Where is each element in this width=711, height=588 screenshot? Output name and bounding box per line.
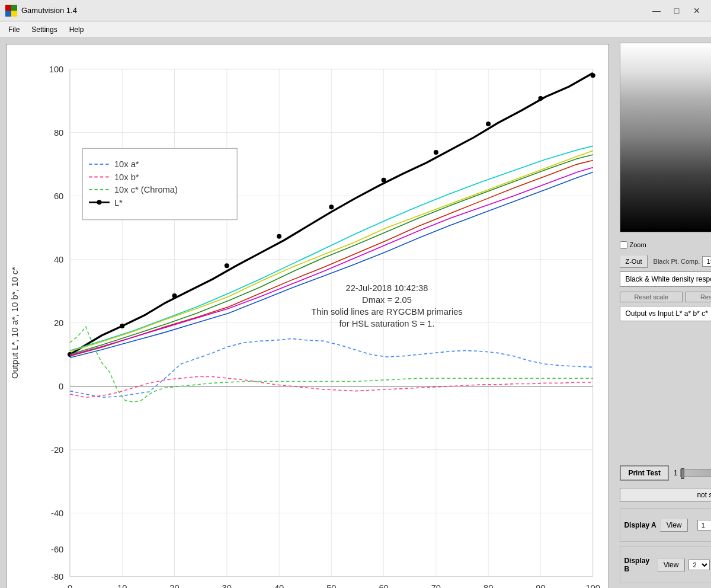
svg-point-73 (97, 200, 101, 204)
app-icon (5, 4, 18, 17)
svg-text:80: 80 (483, 583, 493, 588)
reset-scale-button[interactable]: Reset scale (620, 292, 683, 302)
svg-text:60: 60 (379, 583, 388, 588)
svg-point-53 (225, 263, 229, 268)
svg-text:22-Jul-2018 10:42:38: 22-Jul-2018 10:42:38 (345, 283, 428, 293)
zout-button[interactable]: Z-Out (620, 255, 647, 268)
svg-point-58 (486, 122, 491, 126)
display-b-section: Display B View 2134 IN OUT 4123 Ga (620, 547, 711, 583)
display-mode-row: Black & White density response Color gam… (620, 271, 711, 287)
svg-text:80: 80 (54, 128, 63, 138)
reset-view-button[interactable]: Reset view (685, 292, 711, 302)
display-a-num1-select[interactable]: 1234 (697, 520, 711, 531)
svg-text:10x b*: 10x b* (114, 172, 139, 182)
right-panel: Zoom Inp I>M Outp O>M Z-Out Black Pt. Co… (615, 38, 711, 588)
svg-text:10x a*: 10x a* (114, 159, 139, 169)
gradient-preview (620, 43, 711, 232)
window-controls: — □ ✕ (647, 2, 706, 19)
svg-text:0: 0 (68, 583, 72, 588)
svg-text:60: 60 (54, 191, 63, 201)
svg-text:Thin solid lines are RYGCBM pr: Thin solid lines are RYGCBM primaries (311, 307, 462, 317)
saturation-label: Saturation (620, 457, 711, 464)
svg-point-60 (591, 73, 595, 78)
svg-text:100: 100 (585, 583, 600, 588)
svg-text:40: 40 (274, 583, 284, 588)
svg-text:20: 20 (54, 318, 63, 328)
display-a-label: Display A (624, 521, 656, 529)
reset-row: Reset scale Reset view Top view (620, 292, 711, 302)
svg-text:Dmax = 2.05: Dmax = 2.05 (362, 295, 412, 305)
main-area: 100 80 60 40 20 0 -20 -40 -60 -80 0 10 2… (0, 38, 711, 588)
svg-text:90: 90 (536, 583, 545, 588)
minimize-button[interactable]: — (647, 2, 666, 19)
zoom-label: Zoom (629, 241, 646, 248)
zout-row: Z-Out Black Pt. Comp. 1>2 only All None (620, 255, 711, 268)
svg-text:-80: -80 (51, 572, 63, 581)
zoom-row: Zoom Inp I>M Outp O>M (620, 238, 711, 251)
close-button[interactable]: ✕ (687, 2, 706, 19)
svg-text:-60: -60 (51, 545, 63, 554)
svg-text:Output L*, 10 a*, 10 b*, 10 c*: Output L*, 10 a*, 10 b*, 10 c* (10, 267, 20, 379)
svg-rect-65 (82, 148, 237, 219)
titlebar: Gamutvision 1.4 — □ ✕ (0, 0, 711, 21)
display-b-view-button[interactable]: View (657, 558, 686, 571)
black-pt-comp-label: Black Pt. Comp. (654, 258, 700, 265)
app-title: Gamutvision 1.4 (21, 6, 647, 15)
zoom-checkbox-label: Zoom (620, 241, 646, 249)
svg-text:for HSL saturation S = 1.: for HSL saturation S = 1. (340, 319, 435, 328)
display-a-view-button[interactable]: View (660, 519, 688, 532)
svg-text:30: 30 (222, 583, 232, 588)
not-selected-text: not selected (697, 491, 711, 499)
svg-text:40: 40 (54, 255, 63, 264)
svg-point-57 (434, 150, 438, 155)
svg-rect-2 (5, 11, 11, 17)
svg-rect-1 (11, 5, 17, 11)
svg-point-55 (329, 204, 334, 209)
svg-point-51 (120, 324, 124, 328)
svg-text:10: 10 (117, 583, 127, 588)
display-b-label: Display B (624, 557, 653, 573)
saturation-value: 1 (674, 469, 678, 477)
svg-text:50: 50 (326, 583, 336, 588)
maximize-button[interactable]: □ (667, 2, 686, 19)
zoom-checkbox[interactable] (620, 241, 627, 249)
svg-point-56 (382, 178, 386, 183)
menu-file[interactable]: File (2, 23, 25, 36)
svg-point-52 (172, 293, 177, 298)
svg-rect-0 (5, 5, 11, 11)
svg-text:0: 0 (59, 382, 63, 391)
svg-text:70: 70 (431, 583, 441, 588)
display-b-controls: 2134 IN OUT 4123 (688, 558, 711, 572)
svg-text:L*: L* (114, 198, 123, 207)
chart-area: 100 80 60 40 20 0 -20 -40 -60 -80 0 10 2… (0, 38, 615, 588)
display-mode-select[interactable]: Black & White density response Color gam… (620, 271, 711, 287)
saturation-slider[interactable] (680, 469, 711, 477)
saturation-row: Saturation Print Test 1 ▶ (620, 457, 711, 482)
not-selected-box: not selected (620, 488, 711, 502)
display-a-controls: 1234 IN OUT 3124 (697, 520, 711, 531)
svg-text:-20: -20 (51, 445, 63, 455)
menubar: File Settings Help (0, 21, 711, 38)
svg-text:20: 20 (169, 583, 179, 588)
svg-text:-40: -40 (51, 509, 63, 518)
black-pt-comp-select[interactable]: 1>2 only All None (702, 256, 711, 267)
svg-rect-3 (11, 11, 17, 17)
svg-point-59 (538, 96, 543, 101)
svg-text:10x c* (Chroma): 10x c* (Chroma) (114, 185, 178, 194)
output-vs-input-row: Output vs Input L* a* b* c* Output vs In… (620, 306, 711, 321)
display-b-num1-select[interactable]: 2134 (688, 560, 710, 570)
svg-point-54 (277, 234, 281, 239)
menu-settings[interactable]: Settings (25, 23, 63, 36)
print-test-row: Print Test 1 ▶ (620, 465, 711, 481)
svg-text:100: 100 (49, 65, 64, 74)
menu-help[interactable]: Help (63, 23, 90, 36)
display-a-section: Display A View 1234 IN OUT 3124 Help Exi… (620, 508, 711, 542)
output-vs-input-select[interactable]: Output vs Input L* a* b* c* Output vs In… (620, 306, 711, 321)
chart-container: 100 80 60 40 20 0 -20 -40 -60 -80 0 10 2… (6, 44, 609, 588)
print-test-button[interactable]: Print Test (620, 465, 668, 481)
